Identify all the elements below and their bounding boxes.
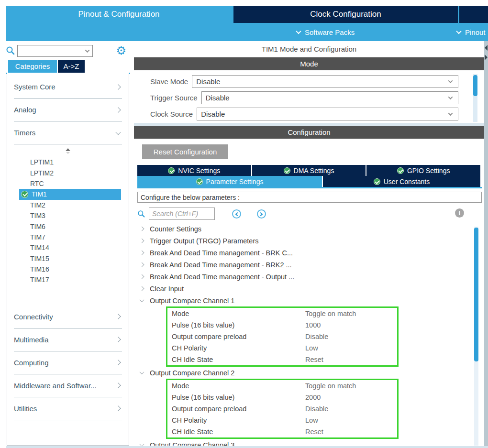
tab-pinout-and-configuration[interactable]: Pinout & Configuration [6, 6, 232, 23]
param-name: CH Polarity [167, 344, 305, 352]
mode-field-row: Slave ModeDisable [150, 75, 458, 88]
sidebar-item-utilities[interactable]: Utilities [14, 397, 122, 420]
tab-parameter-settings[interactable]: Parameter Settings [137, 176, 322, 187]
mode-scrollbar-thumb[interactable] [473, 75, 477, 96]
tree-item-break-and-dead-time-management-output[interactable]: Break And Dead Time management - Output … [137, 271, 479, 283]
sidebar-item-tim1[interactable]: TIM1 [19, 189, 121, 199]
category-list: System CoreAnalogTimersLPTIM1LPTIM2RTCTI… [7, 73, 129, 446]
tree-item-label: Break And Dead Time management - Output … [150, 273, 294, 281]
mode-scrollbar[interactable] [473, 74, 477, 122]
tree-item-break-and-dead-time-management-brk2[interactable]: Break And Dead Time management - BRK2 ..… [137, 259, 479, 271]
tree-item-break-and-dead-time-management-brk-c[interactable]: Break And Dead Time management - BRK C..… [137, 247, 479, 259]
param-row-ch-idle-state[interactable]: CH Idle StateReset [167, 426, 397, 437]
chevron-right-icon [115, 84, 121, 89]
tree-item-label: Trigger Output (TRGO) Parameters [150, 237, 259, 245]
configuration-tabs-row1: NVIC SettingsDMA SettingsGPIO Settings [137, 165, 480, 176]
param-name: Mode [167, 382, 305, 390]
slave-mode-select[interactable]: Disable [192, 75, 458, 88]
scroll-up-icon[interactable] [7, 147, 129, 155]
sidebar-item-tim6[interactable]: TIM6 [7, 221, 129, 231]
sidebar-item-connectivity[interactable]: Connectivity [14, 306, 122, 328]
software-packs-menu[interactable]: Software Packs [297, 23, 355, 41]
param-value: Disable [305, 405, 328, 413]
tree-item-label: Output Compare Channel 1 [150, 297, 234, 305]
clock-source-select[interactable]: Disable [197, 108, 458, 120]
param-row-output-compare-preload[interactable]: Output compare preloadDisable [167, 403, 397, 415]
sidebar-item-multimedia[interactable]: Multimedia [14, 328, 122, 351]
param-row-mode[interactable]: ModeToggle on match [167, 308, 397, 319]
sidebar-item-tim7[interactable]: TIM7 [7, 232, 129, 242]
panel-collapse-arrows [484, 45, 488, 60]
sidebar-item-lptim1[interactable]: LPTIM1 [7, 157, 129, 167]
sidebar-item-tim16[interactable]: TIM16 [7, 264, 129, 274]
previous-match-button[interactable] [232, 209, 241, 219]
reset-configuration-button[interactable]: Reset Configuration [142, 144, 228, 159]
trigger-source-select[interactable]: Disable [201, 91, 458, 104]
param-row-mode[interactable]: ModeToggle on match [167, 380, 397, 392]
param-row-ch-idle-state[interactable]: CH Idle StateReset [167, 354, 397, 365]
sidebar-item-tim3[interactable]: TIM3 [7, 210, 129, 221]
tab-clock-configuration[interactable]: Clock Configuration [233, 6, 458, 23]
parameters-scrollbar[interactable] [474, 227, 478, 446]
info-icon[interactable]: i [455, 208, 464, 218]
tim1-configuration-panel: TIM1 Mode and Configuration Mode Slave M… [134, 41, 484, 446]
sidebar-item-computing[interactable]: Computing [14, 351, 122, 374]
parameter-search-input[interactable] [149, 208, 215, 220]
tab-user-constants[interactable]: User Constants [323, 176, 480, 187]
configuration-tabs: NVIC SettingsDMA SettingsGPIO Settings P… [137, 165, 480, 187]
collapse-right-icon[interactable] [485, 55, 488, 60]
software-packs-label: Software Packs [305, 28, 355, 36]
trigger-source-label: Trigger Source [150, 94, 198, 102]
sidebar-item-label: TIM2 [30, 201, 45, 209]
sidebar-item-tim15[interactable]: TIM15 [7, 253, 129, 264]
tree-item-clear-input[interactable]: Clear Input [137, 283, 479, 295]
param-row-ch-polarity[interactable]: CH PolarityLow [167, 415, 397, 426]
param-value: 2000 [305, 393, 321, 401]
tab-categories[interactable]: Categories [8, 60, 57, 73]
check-badge-icon [397, 167, 404, 174]
sidebar-item-tim17[interactable]: TIM17 [7, 274, 129, 285]
tree-item-counter-settings[interactable]: Counter Settings [137, 223, 479, 235]
tree-item-output-compare-channel-2[interactable]: Output Compare Channel 2 [137, 367, 479, 379]
sidebar-item-tim2[interactable]: TIM2 [7, 200, 129, 210]
tree-item-output-compare-channel-1[interactable]: Output Compare Channel 1 [137, 295, 479, 306]
sidebar-item-label: RTC [30, 180, 44, 187]
next-match-button[interactable] [257, 209, 266, 219]
param-row-pulse-16-bits-value[interactable]: Pulse (16 bits value)2000 [167, 392, 397, 403]
sidebar-item-tim14[interactable]: TIM14 [7, 242, 129, 253]
sidebar-search-input[interactable] [17, 45, 93, 57]
param-row-output-compare-preload[interactable]: Output compare preloadDisable [167, 331, 397, 342]
sidebar-item-analog[interactable]: Analog [14, 98, 122, 121]
peripherals-sidebar: ⚙ Categories A->Z System CoreAnalogTimer… [6, 41, 130, 446]
sidebar-item-lptim2[interactable]: LPTIM2 [7, 167, 129, 178]
parameters-scrollbar-thumb[interactable] [474, 228, 478, 361]
tree-item-output-compare-channel-3[interactable]: Output Compare Channel 3 [137, 439, 479, 446]
selected-value: Disable [201, 110, 449, 118]
param-row-pulse-16-bits-value[interactable]: Pulse (16 bits value)1000 [167, 319, 397, 331]
configuration-tabs-row2: Parameter SettingsUser Constants [137, 176, 480, 187]
tab-nvic-settings[interactable]: NVIC Settings [137, 165, 251, 176]
pinout-menu[interactable]: Pinout [457, 23, 486, 41]
bottom-splitter[interactable] [6, 446, 488, 448]
chevron-right-icon [140, 274, 144, 279]
tab-a-to-z[interactable]: A->Z [58, 60, 85, 73]
gear-icon[interactable]: ⚙ [116, 45, 126, 56]
sidebar-item-middleware-and-softwar[interactable]: Middleware and Softwar... [14, 374, 122, 397]
tab-gpio-settings[interactable]: GPIO Settings [366, 165, 480, 176]
sidebar-item-rtc[interactable]: RTC [7, 178, 129, 189]
sidebar-item-label: Analog [14, 106, 116, 114]
collapse-left-icon[interactable] [485, 45, 488, 51]
tree-item-trigger-output-trgo-parameters[interactable]: Trigger Output (TRGO) Parameters [137, 235, 479, 247]
param-value: Reset [305, 428, 323, 436]
tree-item-label: Break And Dead Time management - BRK C..… [150, 249, 293, 257]
sidebar-item-label: Multimedia [14, 336, 116, 344]
tab-dma-settings[interactable]: DMA Settings [252, 165, 366, 176]
sidebar-item-timers[interactable]: Timers [14, 121, 122, 144]
panel-splitter-strip[interactable] [484, 41, 488, 447]
chevron-right-icon [140, 227, 144, 231]
tab-partial-right[interactable] [459, 6, 488, 23]
sidebar-item-system-core[interactable]: System Core [14, 76, 122, 98]
param-row-ch-polarity[interactable]: CH PolarityLow [167, 342, 397, 354]
sidebar-search-row: ⚙ [6, 43, 130, 58]
param-value: Toggle on match [305, 310, 356, 317]
